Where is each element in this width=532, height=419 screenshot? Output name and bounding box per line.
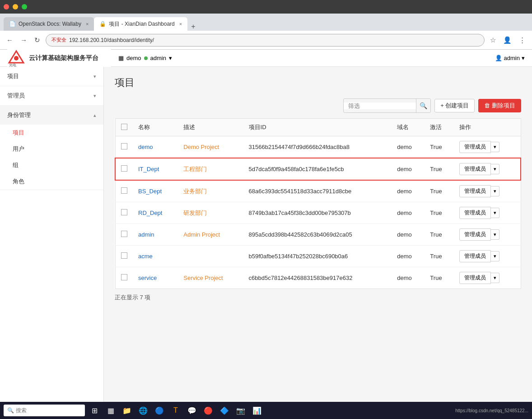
sidebar-item-projects[interactable]: 项目 bbox=[0, 125, 103, 141]
search-icon: 🔍 bbox=[7, 407, 14, 414]
project-name-link[interactable]: RD_Dept bbox=[138, 210, 162, 216]
project-name-link[interactable]: acme bbox=[138, 253, 153, 260]
taskbar-edge-icon[interactable]: 🌐 bbox=[136, 404, 150, 417]
project-name-link[interactable]: IT_Dept bbox=[138, 166, 159, 172]
maximize-btn[interactable] bbox=[22, 4, 27, 9]
bookmark-button[interactable]: ☆ bbox=[488, 34, 498, 46]
projects-table: 名称 描述 项目ID 域名 激活 操作 demo Demo Project 31… bbox=[115, 118, 521, 289]
row-checkbox[interactable] bbox=[121, 231, 127, 237]
row-name-cell: BS_Dept bbox=[133, 180, 178, 202]
nav-section-header-identity[interactable]: 身份管理 ▴ bbox=[0, 106, 103, 125]
row-description-cell: 业务部门 bbox=[178, 180, 243, 202]
row-domain-cell: demo bbox=[392, 180, 425, 202]
address-text[interactable]: 192.168.200.10/dashboard/identity/ bbox=[69, 37, 154, 43]
row-checkbox[interactable] bbox=[121, 274, 127, 280]
row-name-cell: service bbox=[133, 267, 178, 289]
row-checkbox[interactable] bbox=[121, 187, 127, 194]
admin-label: admin bbox=[150, 55, 166, 61]
tab-close-btn[interactable]: × bbox=[179, 21, 182, 27]
action-dropdown-button[interactable]: ▾ bbox=[491, 142, 499, 152]
sidebar-item-users[interactable]: 用户 bbox=[0, 141, 103, 157]
nav-section-header-admin[interactable]: 管理员 ▾ bbox=[0, 86, 103, 105]
taskbar-windows-icon[interactable]: ⊞ bbox=[88, 404, 101, 417]
row-name-cell: demo bbox=[133, 136, 178, 158]
row-domain-cell: demo bbox=[392, 158, 425, 180]
taskbar-search-input[interactable] bbox=[16, 407, 75, 414]
row-checkbox[interactable] bbox=[121, 209, 127, 215]
sidebar-item-roles[interactable]: 角色 bbox=[0, 173, 103, 190]
manage-members-button[interactable]: 管理成员 bbox=[459, 272, 491, 284]
app-title: 云计算基础架构服务平台 bbox=[29, 54, 98, 62]
table-row: acme b59f0afbe5134f47b252028bc690b0a6 de… bbox=[115, 246, 521, 267]
user-menu[interactable]: 👤 admin ▾ bbox=[495, 55, 525, 61]
taskbar-file-icon[interactable]: 📁 bbox=[120, 404, 134, 417]
back-button[interactable]: ← bbox=[5, 34, 15, 46]
search-button[interactable]: 🔍 bbox=[416, 98, 430, 113]
project-name-link[interactable]: demo bbox=[138, 144, 153, 150]
search-input[interactable] bbox=[344, 102, 416, 109]
app-logo: 光电 云计算基础架构服务平台 bbox=[7, 49, 111, 67]
taskbar-app1-icon[interactable]: 🔴 bbox=[201, 404, 215, 417]
table-row: BS_Dept 业务部门 68a6c393dc5541518d33acc7911… bbox=[115, 180, 521, 202]
action-dropdown-button[interactable]: ▾ bbox=[491, 229, 499, 240]
row-checkbox[interactable] bbox=[121, 165, 127, 172]
project-name-link[interactable]: BS_Dept bbox=[138, 188, 162, 195]
tab-openstack[interactable]: 📄 OpenStack Docs: Wallaby × bbox=[4, 17, 94, 31]
row-action-cell: 管理成员 ▾ bbox=[454, 267, 521, 289]
close-btn[interactable] bbox=[4, 4, 9, 9]
tab-dashboard[interactable]: 🔒 项目 - XianDian Dashboard × bbox=[94, 17, 187, 31]
create-project-button[interactable]: + 创建项目 bbox=[434, 99, 475, 112]
col-action: 操作 bbox=[454, 119, 521, 136]
manage-members-button[interactable]: 管理成员 bbox=[459, 250, 491, 262]
project-selector[interactable]: ▦ demo admin ▾ bbox=[118, 55, 172, 61]
action-dropdown-button[interactable]: ▾ bbox=[491, 273, 499, 283]
row-project-id-cell: b59f0afbe5134f47b252028bc690b0a6 bbox=[243, 246, 392, 267]
forward-button[interactable]: → bbox=[19, 34, 29, 46]
manage-members-button[interactable]: 管理成员 bbox=[459, 228, 491, 241]
action-group: 管理成员 ▾ bbox=[459, 228, 515, 241]
action-dropdown-button[interactable]: ▾ bbox=[491, 164, 499, 174]
address-bar: ← → ↻ 不安全 192.168.200.10/dashboard/ident… bbox=[0, 31, 532, 50]
taskbar-app3-icon[interactable]: 📷 bbox=[234, 404, 247, 417]
manage-members-button[interactable]: 管理成员 bbox=[459, 185, 491, 197]
action-dropdown-button[interactable]: ▾ bbox=[491, 186, 499, 196]
sidebar-item-groups[interactable]: 组 bbox=[0, 157, 103, 173]
manage-members-button[interactable]: 管理成员 bbox=[459, 163, 491, 175]
row-checkbox[interactable] bbox=[121, 252, 127, 259]
project-name-link[interactable]: admin bbox=[138, 231, 154, 238]
col-name: 名称 bbox=[133, 119, 178, 136]
page-title: 项目 bbox=[115, 76, 521, 89]
project-name-link[interactable]: service bbox=[138, 275, 157, 281]
taskbar-app4-icon[interactable]: 📊 bbox=[250, 404, 264, 417]
reload-button[interactable]: ↻ bbox=[33, 34, 42, 46]
taskbar-wechat-icon[interactable]: 💬 bbox=[185, 404, 199, 417]
tab-close-btn[interactable]: × bbox=[86, 21, 89, 27]
select-all-checkbox[interactable] bbox=[121, 124, 127, 130]
row-description-cell: Service Project bbox=[178, 267, 243, 289]
sidebar: 项目 ▾ 管理员 ▾ 身份管理 ▴ 项目 bbox=[0, 67, 104, 419]
manage-members-button[interactable]: 管理成员 bbox=[459, 207, 491, 219]
row-action-cell: 管理成员 ▾ bbox=[454, 136, 521, 158]
taskbar-search: 🔍 bbox=[4, 405, 85, 416]
row-description-cell: 研发部门 bbox=[178, 202, 243, 224]
delete-project-button[interactable]: 🗑 删除项目 bbox=[478, 99, 521, 112]
taskbar-app2-icon[interactable]: 🔷 bbox=[218, 404, 231, 417]
nav-section-admin: 管理员 ▾ bbox=[0, 86, 103, 106]
taskbar-task-view-icon[interactable]: ▦ bbox=[104, 404, 117, 417]
tab-favicon: 🔒 bbox=[99, 21, 106, 27]
taskbar-text-icon[interactable]: T bbox=[169, 404, 182, 417]
row-checkbox[interactable] bbox=[121, 143, 127, 149]
menu-button[interactable]: ⋮ bbox=[517, 34, 527, 46]
table-row: RD_Dept 研发部门 8749b3ab17ca45f38c3dd00be79… bbox=[115, 202, 521, 224]
account-button[interactable]: 👤 bbox=[501, 34, 513, 46]
action-dropdown-button[interactable]: ▾ bbox=[491, 208, 499, 218]
nav-section-header-project[interactable]: 项目 ▾ bbox=[0, 67, 103, 86]
row-project-id-cell: 895a5cdd398b442582c63b4069d2ca05 bbox=[243, 224, 392, 246]
action-dropdown-button[interactable]: ▾ bbox=[491, 251, 499, 261]
manage-members-button[interactable]: 管理成员 bbox=[459, 141, 491, 153]
new-tab-button[interactable]: + bbox=[187, 23, 199, 31]
project-chevron: ▾ bbox=[169, 55, 172, 61]
taskbar-chrome-icon[interactable]: 🔵 bbox=[153, 404, 166, 417]
row-checkbox-cell bbox=[115, 180, 133, 202]
minimize-btn[interactable] bbox=[13, 4, 18, 9]
